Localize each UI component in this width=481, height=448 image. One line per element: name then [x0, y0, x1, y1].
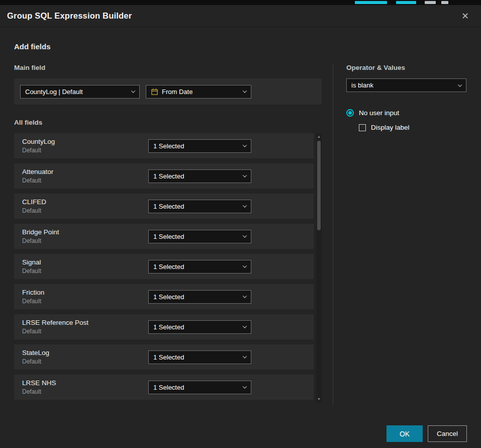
field-row: CountyLog Default 1 Selected — [14, 133, 314, 158]
background-app-strip — [0, 0, 481, 5]
background-app-fragment — [441, 1, 448, 4]
chevron-down-icon — [243, 203, 247, 207]
scrollbar[interactable]: ▲ ▼ — [316, 133, 322, 403]
chevron-down-icon — [131, 88, 135, 93]
display-label-label: Display label — [371, 124, 410, 131]
field-subtitle: Default — [22, 267, 148, 275]
all-fields-list-wrap: CountyLog Default 1 Selected Attenuator … — [14, 133, 322, 405]
field-selected-value: 1 Selected — [153, 323, 184, 331]
field-selected-dropdown[interactable]: 1 Selected — [148, 169, 251, 183]
field-row: StateLog Default 1 Selected — [14, 344, 314, 370]
field-name: CountyLog — [22, 138, 148, 145]
field-name: Friction — [22, 289, 148, 296]
chevron-down-icon — [243, 384, 247, 388]
close-icon[interactable]: ✕ — [458, 10, 472, 23]
dialog-header: Group SQL Expression Builder ✕ — [0, 5, 481, 27]
field-row: Friction Default 1 Selected — [14, 284, 314, 309]
field-selected-dropdown[interactable]: 1 Selected — [148, 200, 251, 213]
field-row-labels: Signal Default — [22, 258, 148, 275]
chevron-down-icon — [243, 294, 247, 298]
chevron-down-icon — [243, 143, 247, 147]
field-selected-value: 1 Selected — [153, 142, 184, 150]
radio-selected-icon[interactable] — [346, 109, 354, 117]
field-selected-dropdown[interactable]: 1 Selected — [148, 381, 251, 394]
field-row: Attenuator Default 1 Selected — [14, 163, 314, 189]
field-selected-dropdown[interactable]: 1 Selected — [148, 350, 251, 364]
field-row-labels: StateLog Default — [22, 349, 148, 365]
field-selected-value: 1 Selected — [153, 233, 184, 240]
field-name: Bridge Point — [22, 228, 148, 236]
background-app-fragment — [396, 1, 416, 4]
operator-values-pane: Operator & Values is blank No user input… — [333, 64, 466, 405]
chevron-down-icon — [243, 324, 247, 328]
field-subtitle: Default — [22, 207, 148, 214]
cancel-button[interactable]: Cancel — [428, 425, 467, 442]
field-selected-value: 1 Selected — [153, 172, 184, 180]
no-user-input-option[interactable]: No user input — [346, 109, 466, 117]
chevron-down-icon — [243, 233, 247, 237]
columns: Main field CountyLog | Default — [14, 64, 466, 405]
calendar-icon — [151, 88, 158, 96]
scroll-up-icon[interactable]: ▲ — [317, 135, 321, 139]
dialog-content: Add fields Main field CountyLog | Defaul… — [0, 42, 481, 405]
field-selected-dropdown[interactable]: 1 Selected — [148, 260, 251, 274]
background-app-fragment — [425, 1, 436, 4]
checkbox-unchecked-icon[interactable] — [359, 124, 366, 131]
field-name: CLIFED — [22, 198, 148, 206]
all-fields-label: All fields — [14, 119, 322, 126]
field-subtitle: Default — [22, 298, 148, 305]
field-selected-dropdown[interactable]: 1 Selected — [148, 290, 251, 304]
operator-values-label: Operator & Values — [346, 64, 466, 71]
display-label-option[interactable]: Display label — [359, 124, 466, 131]
field-subtitle: Default — [22, 177, 148, 184]
field-subtitle: Default — [22, 358, 148, 365]
field-subtitle: Default — [22, 328, 148, 335]
field-name: Attenuator — [22, 168, 148, 175]
chevron-down-icon — [243, 88, 247, 93]
field-selected-value: 1 Selected — [153, 263, 184, 271]
field-row-labels: Friction Default — [22, 289, 148, 305]
field-selected-value: 1 Selected — [153, 203, 184, 210]
field-subtitle: Default — [22, 147, 148, 154]
ok-button[interactable]: OK — [387, 425, 423, 442]
field-name: StateLog — [22, 349, 148, 356]
no-user-input-label: No user input — [359, 109, 399, 117]
scrollbar-thumb[interactable] — [317, 141, 321, 230]
field-selected-dropdown[interactable]: 1 Selected — [148, 139, 251, 153]
field-selected-value: 1 Selected — [153, 293, 184, 301]
field-row: LRSE NHS Default 1 Selected — [14, 375, 314, 400]
field-name: LRSE NHS — [22, 379, 148, 387]
dialog-footer: OK Cancel — [387, 425, 467, 442]
field-selected-value: 1 Selected — [153, 384, 184, 391]
operator-dropdown-value: is blank — [351, 81, 373, 89]
main-field-bar: CountyLog | Default From Date — [14, 78, 322, 105]
field-subtitle: Default — [22, 388, 148, 395]
chevron-down-icon — [243, 173, 247, 177]
field-dropdown-value: From Date — [162, 88, 193, 96]
field-row-labels: Bridge Point Default — [22, 228, 148, 244]
field-dropdown[interactable]: From Date — [146, 85, 251, 99]
field-selected-value: 1 Selected — [153, 353, 184, 361]
field-row: CLIFED Default 1 Selected — [14, 194, 314, 219]
field-selected-dropdown[interactable]: 1 Selected — [148, 230, 251, 243]
field-row-labels: CountyLog Default — [22, 138, 148, 154]
field-row: LRSE Reference Post Default 1 Selected — [14, 314, 314, 339]
scroll-down-icon[interactable]: ▼ — [317, 397, 321, 401]
field-selected-dropdown[interactable]: 1 Selected — [148, 320, 251, 334]
field-row-labels: CLIFED Default — [22, 198, 148, 214]
field-row: Bridge Point Default 1 Selected — [14, 224, 314, 249]
chevron-down-icon — [458, 82, 462, 86]
field-name: Signal — [22, 258, 148, 266]
field-row: Signal Default 1 Selected — [14, 254, 314, 279]
chevron-down-icon — [243, 354, 247, 358]
layer-dropdown[interactable]: CountyLog | Default — [20, 85, 140, 99]
field-row-labels: LRSE NHS Default — [22, 379, 148, 395]
dialog-title: Group SQL Expression Builder — [7, 11, 132, 21]
add-fields-heading: Add fields — [14, 42, 466, 51]
fields-pane: Main field CountyLog | Default — [14, 64, 322, 405]
all-fields-list: CountyLog Default 1 Selected Attenuator … — [14, 133, 314, 405]
field-row-labels: Attenuator Default — [22, 168, 148, 184]
field-name: LRSE Reference Post — [22, 319, 148, 326]
chevron-down-icon — [243, 263, 247, 267]
operator-dropdown[interactable]: is blank — [346, 78, 466, 92]
